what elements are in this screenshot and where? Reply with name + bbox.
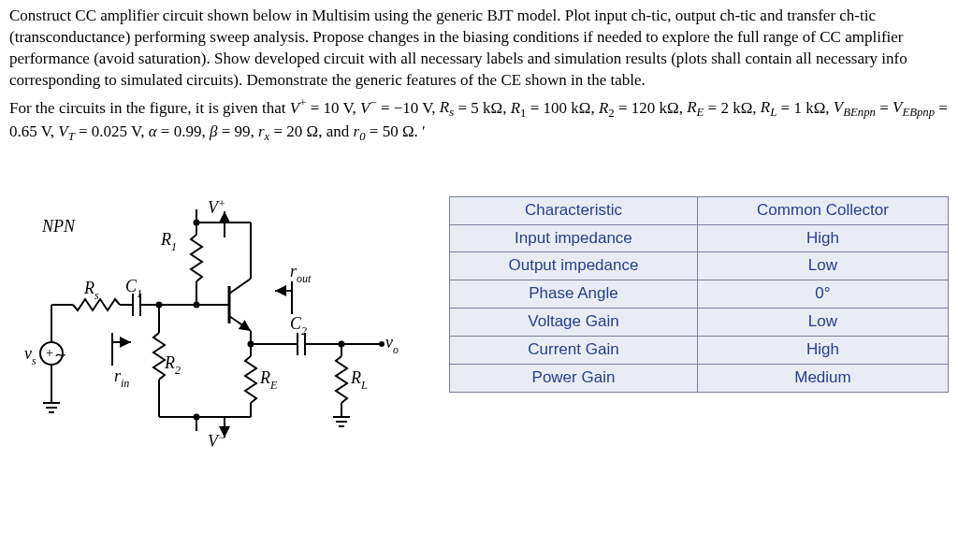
- label-npn: NPN: [41, 217, 76, 236]
- label-vo: vo: [385, 333, 399, 356]
- table-row: Current GainHigh: [450, 337, 949, 365]
- svg-point-47: [380, 342, 384, 346]
- svg-line-29: [229, 316, 251, 331]
- circuit-diagram: + ∼ NPN V+ V− R1 R2 Rs RE RL C1 C2 vs vo…: [9, 193, 421, 461]
- problem-text-2: For the circuits in the figure, it is gi…: [9, 95, 949, 146]
- label-R1: R1: [160, 230, 177, 253]
- svg-line-26: [229, 279, 251, 294]
- label-vminus: V−: [208, 431, 225, 451]
- label-rin: rin: [114, 366, 129, 390]
- characteristics-table: Characteristic Common Collector Input im…: [449, 193, 949, 394]
- svg-text:+: +: [46, 346, 53, 360]
- table-header-characteristic: Characteristic: [450, 196, 698, 224]
- table-header-cc: Common Collector: [697, 196, 948, 224]
- table-row: Power GainMedium: [450, 365, 949, 393]
- label-vs: vs: [24, 344, 36, 367]
- label-C1: C1: [125, 277, 142, 300]
- label-C2: C2: [290, 314, 307, 337]
- label-rout: rout: [290, 262, 312, 285]
- svg-point-53: [195, 414, 199, 419]
- svg-point-51: [195, 220, 199, 224]
- table-row: Voltage GainLow: [450, 309, 949, 337]
- problem-text-1: Construct CC amplifier circuit shown bel…: [9, 6, 949, 92]
- svg-point-50: [249, 341, 254, 346]
- svg-text:∼: ∼: [54, 347, 66, 363]
- label-RL: RL: [350, 368, 368, 392]
- table-row: Input impedanceHigh: [450, 224, 949, 252]
- label-vplus: V+: [208, 197, 225, 217]
- table-row: Phase Angle0°: [450, 280, 949, 309]
- svg-point-52: [340, 341, 344, 346]
- svg-point-49: [157, 302, 162, 307]
- svg-point-48: [195, 302, 199, 307]
- label-RE: RE: [259, 368, 278, 392]
- table-row: Output impedanceLow: [450, 252, 949, 280]
- label-R2: R2: [164, 353, 181, 377]
